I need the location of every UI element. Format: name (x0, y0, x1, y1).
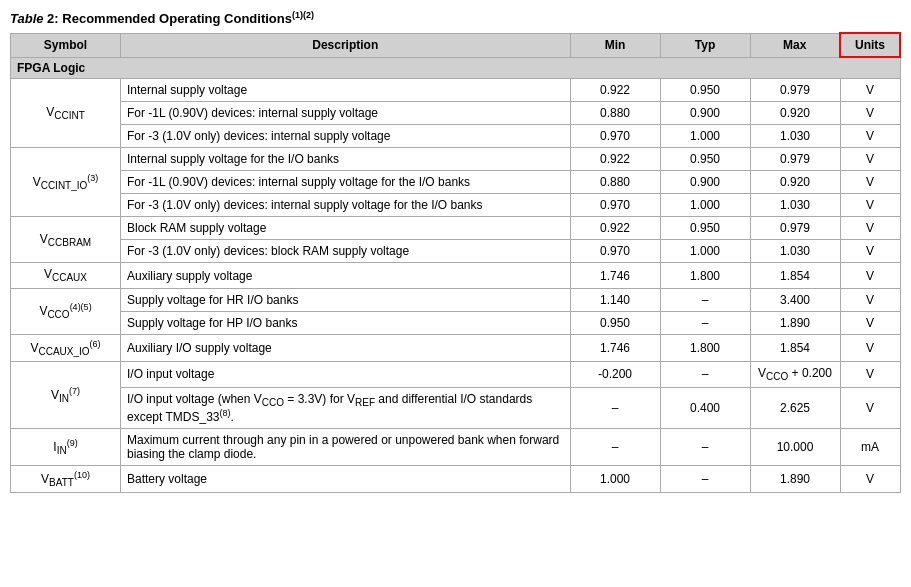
typ-cell: 1.000 (660, 240, 750, 263)
units-cell: V (840, 79, 900, 102)
min-cell: 0.970 (570, 125, 660, 148)
min-cell: 0.922 (570, 217, 660, 240)
symbol-vcco: VCCO(4)(5) (11, 288, 121, 334)
symbol-iin: IIN(9) (11, 428, 121, 465)
max-cell: 0.979 (750, 217, 840, 240)
max-cell: VCCO + 0.200 (750, 362, 840, 387)
symbol-vbatt: VBATT(10) (11, 465, 121, 492)
max-cell: 0.920 (750, 102, 840, 125)
table-row: For -1L (0.90V) devices: internal supply… (11, 171, 901, 194)
min-cell: 0.950 (570, 311, 660, 334)
desc-cell: Battery voltage (121, 465, 571, 492)
desc-cell: Internal supply voltage (121, 79, 571, 102)
table-title: Table 2: Recommended Operating Condition… (10, 10, 901, 26)
symbol-vccint-io: VCCINT_IO(3) (11, 148, 121, 217)
units-cell: V (840, 387, 900, 428)
desc-cell: Block RAM supply voltage (121, 217, 571, 240)
units-cell: V (840, 263, 900, 288)
symbol-vccbram: VCCBRAM (11, 217, 121, 263)
typ-cell: 0.900 (660, 171, 750, 194)
max-cell: 1.854 (750, 334, 840, 361)
units-cell: V (840, 194, 900, 217)
max-cell: 1.030 (750, 125, 840, 148)
max-cell: 0.979 (750, 148, 840, 171)
typ-cell: – (660, 362, 750, 387)
table-row: For -3 (1.0V only) devices: block RAM su… (11, 240, 901, 263)
desc-cell: For -3 (1.0V only) devices: block RAM su… (121, 240, 571, 263)
table-row: VCCAUX Auxiliary supply voltage 1.746 1.… (11, 263, 901, 288)
typ-cell: 1.800 (660, 263, 750, 288)
desc-cell: For -1L (0.90V) devices: internal supply… (121, 102, 571, 125)
max-cell: 10.000 (750, 428, 840, 465)
header-symbol: Symbol (11, 33, 121, 57)
typ-cell: – (660, 428, 750, 465)
min-cell: 0.922 (570, 79, 660, 102)
typ-cell: 1.800 (660, 334, 750, 361)
typ-cell: 1.000 (660, 125, 750, 148)
min-cell: -0.200 (570, 362, 660, 387)
typ-cell: – (660, 311, 750, 334)
table-row: Supply voltage for HP I/O banks 0.950 – … (11, 311, 901, 334)
typ-cell: – (660, 465, 750, 492)
typ-cell: – (660, 288, 750, 311)
max-cell: 3.400 (750, 288, 840, 311)
table-row: I/O input voltage (when VCCO = 3.3V) for… (11, 387, 901, 428)
max-cell: 1.030 (750, 240, 840, 263)
units-cell: V (840, 102, 900, 125)
symbol-vccaux: VCCAUX (11, 263, 121, 288)
desc-cell: I/O input voltage (121, 362, 571, 387)
header-max: Max (750, 33, 840, 57)
min-cell: 1.000 (570, 465, 660, 492)
desc-cell: For -1L (0.90V) devices: internal supply… (121, 171, 571, 194)
table-row: For -3 (1.0V only) devices: internal sup… (11, 194, 901, 217)
max-cell: 1.890 (750, 311, 840, 334)
max-cell: 1.030 (750, 194, 840, 217)
min-cell: 0.970 (570, 240, 660, 263)
units-cell: V (840, 171, 900, 194)
desc-cell: Auxiliary supply voltage (121, 263, 571, 288)
table-row: VCCINT_IO(3) Internal supply voltage for… (11, 148, 901, 171)
units-cell: V (840, 334, 900, 361)
units-cell: mA (840, 428, 900, 465)
table-row: For -1L (0.90V) devices: internal supply… (11, 102, 901, 125)
min-cell: 1.746 (570, 263, 660, 288)
units-cell: V (840, 125, 900, 148)
units-cell: V (840, 288, 900, 311)
units-cell: V (840, 362, 900, 387)
min-cell: 0.922 (570, 148, 660, 171)
header-min: Min (570, 33, 660, 57)
desc-cell: I/O input voltage (when VCCO = 3.3V) for… (121, 387, 571, 428)
table-row: VCCBRAM Block RAM supply voltage 0.922 0… (11, 217, 901, 240)
header-typ: Typ (660, 33, 750, 57)
typ-cell: 0.900 (660, 102, 750, 125)
symbol-vccint: VCCINT (11, 79, 121, 148)
desc-cell: For -3 (1.0V only) devices: internal sup… (121, 125, 571, 148)
table-row: VCCAUX_IO(6) Auxiliary I/O supply voltag… (11, 334, 901, 361)
main-table: Symbol Description Min Typ Max Units FPG… (10, 32, 901, 493)
typ-cell: 0.950 (660, 79, 750, 102)
min-cell: 1.140 (570, 288, 660, 311)
desc-cell: Auxiliary I/O supply voltage (121, 334, 571, 361)
table-row: VBATT(10) Battery voltage 1.000 – 1.890 … (11, 465, 901, 492)
units-cell: V (840, 217, 900, 240)
units-cell: V (840, 311, 900, 334)
typ-cell: 0.950 (660, 217, 750, 240)
units-cell: V (840, 240, 900, 263)
section-header-fpga-logic: FPGA Logic (11, 57, 901, 79)
min-cell: 0.880 (570, 171, 660, 194)
units-cell: V (840, 148, 900, 171)
typ-cell: 0.400 (660, 387, 750, 428)
max-cell: 1.890 (750, 465, 840, 492)
typ-cell: 0.950 (660, 148, 750, 171)
table-row: VCCINT Internal supply voltage 0.922 0.9… (11, 79, 901, 102)
header-description: Description (121, 33, 571, 57)
min-cell: 0.880 (570, 102, 660, 125)
max-cell: 0.979 (750, 79, 840, 102)
min-cell: – (570, 387, 660, 428)
typ-cell: 1.000 (660, 194, 750, 217)
min-cell: – (570, 428, 660, 465)
symbol-vccaux-io: VCCAUX_IO(6) (11, 334, 121, 361)
min-cell: 1.746 (570, 334, 660, 361)
table-row: IIN(9) Maximum current through any pin i… (11, 428, 901, 465)
min-cell: 0.970 (570, 194, 660, 217)
